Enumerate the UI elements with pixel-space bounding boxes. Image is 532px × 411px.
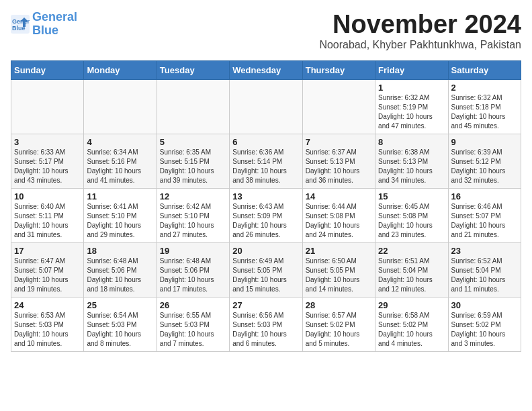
day-info: Sunrise: 6:56 AM Sunset: 5:03 PM Dayligh… <box>232 311 299 349</box>
calendar-cell: 9Sunrise: 6:39 AM Sunset: 5:12 PM Daylig… <box>448 134 521 188</box>
day-info: Sunrise: 6:52 AM Sunset: 5:04 PM Dayligh… <box>451 257 518 294</box>
weekday-header-wednesday: Wednesday <box>230 60 302 79</box>
day-info: Sunrise: 6:57 AM Sunset: 5:02 PM Dayligh… <box>306 311 372 349</box>
calendar-cell: 8Sunrise: 6:38 AM Sunset: 5:13 PM Daylig… <box>375 134 448 188</box>
title-block: November 2024 Noorabad, Khyber Pakhtunkh… <box>319 11 521 56</box>
calendar-cell: 16Sunrise: 6:46 AM Sunset: 5:07 PM Dayli… <box>448 188 521 242</box>
month-title: November 2024 <box>319 11 521 39</box>
weekday-header-tuesday: Tuesday <box>157 60 229 79</box>
calendar-cell: 22Sunrise: 6:51 AM Sunset: 5:04 PM Dayli… <box>375 242 448 297</box>
day-info: Sunrise: 6:49 AM Sunset: 5:05 PM Dayligh… <box>232 257 299 294</box>
day-number: 22 <box>378 246 445 256</box>
calendar-week-row: 10Sunrise: 6:40 AM Sunset: 5:11 PM Dayli… <box>11 188 521 242</box>
day-number: 5 <box>160 137 226 147</box>
calendar-cell: 13Sunrise: 6:43 AM Sunset: 5:09 PM Dayli… <box>230 188 302 242</box>
day-info: Sunrise: 6:41 AM Sunset: 5:10 PM Dayligh… <box>87 202 153 240</box>
weekday-header-saturday: Saturday <box>448 60 521 79</box>
day-info: Sunrise: 6:54 AM Sunset: 5:03 PM Dayligh… <box>87 311 153 349</box>
calendar-cell: 29Sunrise: 6:58 AM Sunset: 5:02 PM Dayli… <box>375 297 448 351</box>
calendar-cell: 4Sunrise: 6:34 AM Sunset: 5:16 PM Daylig… <box>84 134 157 188</box>
calendar-week-row: 3Sunrise: 6:33 AM Sunset: 5:17 PM Daylig… <box>11 134 521 188</box>
calendar-cell <box>157 79 229 134</box>
calendar-cell: 12Sunrise: 6:42 AM Sunset: 5:10 PM Dayli… <box>157 188 229 242</box>
weekday-header-thursday: Thursday <box>302 60 375 79</box>
calendar-week-row: 1Sunrise: 6:32 AM Sunset: 5:19 PM Daylig… <box>11 79 521 134</box>
day-number: 28 <box>306 300 372 310</box>
day-info: Sunrise: 6:35 AM Sunset: 5:15 PM Dayligh… <box>160 148 226 185</box>
day-number: 1 <box>378 83 445 93</box>
day-info: Sunrise: 6:47 AM Sunset: 5:07 PM Dayligh… <box>14 257 81 294</box>
calendar-table: SundayMondayTuesdayWednesdayThursdayFrid… <box>11 60 521 352</box>
calendar-cell: 23Sunrise: 6:52 AM Sunset: 5:04 PM Dayli… <box>448 242 521 297</box>
location-title: Noorabad, Khyber Pakhtunkhwa, Pakistan <box>319 39 521 51</box>
day-number: 9 <box>451 137 518 147</box>
day-info: Sunrise: 6:55 AM Sunset: 5:03 PM Dayligh… <box>160 311 226 349</box>
calendar-cell: 30Sunrise: 6:59 AM Sunset: 5:02 PM Dayli… <box>448 297 521 351</box>
day-info: Sunrise: 6:33 AM Sunset: 5:17 PM Dayligh… <box>14 148 81 185</box>
day-info: Sunrise: 6:32 AM Sunset: 5:18 PM Dayligh… <box>451 93 518 131</box>
calendar-cell: 6Sunrise: 6:36 AM Sunset: 5:14 PM Daylig… <box>230 134 302 188</box>
calendar-cell: 7Sunrise: 6:37 AM Sunset: 5:13 PM Daylig… <box>302 134 375 188</box>
logo-icon: General Blue <box>11 15 30 34</box>
day-info: Sunrise: 6:37 AM Sunset: 5:13 PM Dayligh… <box>306 148 372 185</box>
day-info: Sunrise: 6:59 AM Sunset: 5:02 PM Dayligh… <box>451 311 518 349</box>
day-info: Sunrise: 6:46 AM Sunset: 5:07 PM Dayligh… <box>451 202 518 240</box>
logo-blue: Blue <box>32 24 58 37</box>
day-number: 20 <box>232 246 299 256</box>
calendar-cell: 21Sunrise: 6:50 AM Sunset: 5:05 PM Dayli… <box>302 242 375 297</box>
calendar-cell <box>302 79 375 134</box>
day-number: 26 <box>160 300 226 310</box>
day-number: 11 <box>87 191 153 201</box>
day-info: Sunrise: 6:44 AM Sunset: 5:08 PM Dayligh… <box>306 202 372 240</box>
calendar-cell: 2Sunrise: 6:32 AM Sunset: 5:18 PM Daylig… <box>448 79 521 134</box>
day-number: 24 <box>14 300 81 310</box>
calendar-cell: 24Sunrise: 6:53 AM Sunset: 5:03 PM Dayli… <box>11 297 84 351</box>
calendar-body: 1Sunrise: 6:32 AM Sunset: 5:19 PM Daylig… <box>11 79 521 351</box>
day-number: 13 <box>232 191 299 201</box>
calendar-week-row: 17Sunrise: 6:47 AM Sunset: 5:07 PM Dayli… <box>11 242 521 297</box>
calendar-cell: 14Sunrise: 6:44 AM Sunset: 5:08 PM Dayli… <box>302 188 375 242</box>
calendar-cell: 26Sunrise: 6:55 AM Sunset: 5:03 PM Dayli… <box>157 297 229 351</box>
calendar-week-row: 24Sunrise: 6:53 AM Sunset: 5:03 PM Dayli… <box>11 297 521 351</box>
day-info: Sunrise: 6:48 AM Sunset: 5:06 PM Dayligh… <box>87 257 153 294</box>
day-number: 23 <box>451 246 518 256</box>
weekday-header-monday: Monday <box>84 60 157 79</box>
logo: General Blue General Blue <box>11 11 77 38</box>
calendar-cell <box>230 79 302 134</box>
day-number: 29 <box>378 300 445 310</box>
day-info: Sunrise: 6:40 AM Sunset: 5:11 PM Dayligh… <box>14 202 81 240</box>
day-number: 21 <box>306 246 372 256</box>
calendar-cell: 19Sunrise: 6:48 AM Sunset: 5:06 PM Dayli… <box>157 242 229 297</box>
calendar-cell: 10Sunrise: 6:40 AM Sunset: 5:11 PM Dayli… <box>11 188 84 242</box>
day-info: Sunrise: 6:43 AM Sunset: 5:09 PM Dayligh… <box>232 202 299 240</box>
day-number: 18 <box>87 246 153 256</box>
day-info: Sunrise: 6:42 AM Sunset: 5:10 PM Dayligh… <box>160 202 226 240</box>
day-number: 10 <box>14 191 81 201</box>
day-info: Sunrise: 6:51 AM Sunset: 5:04 PM Dayligh… <box>378 257 445 294</box>
day-number: 6 <box>232 137 299 147</box>
calendar-cell: 17Sunrise: 6:47 AM Sunset: 5:07 PM Dayli… <box>11 242 84 297</box>
day-number: 14 <box>306 191 372 201</box>
day-info: Sunrise: 6:53 AM Sunset: 5:03 PM Dayligh… <box>14 311 81 349</box>
day-number: 17 <box>14 246 81 256</box>
day-number: 4 <box>87 137 153 147</box>
calendar-cell <box>84 79 157 134</box>
calendar-cell: 28Sunrise: 6:57 AM Sunset: 5:02 PM Dayli… <box>302 297 375 351</box>
day-number: 30 <box>451 300 518 310</box>
weekday-header-row: SundayMondayTuesdayWednesdayThursdayFrid… <box>11 60 521 79</box>
day-number: 15 <box>378 191 445 201</box>
weekday-header-sunday: Sunday <box>11 60 84 79</box>
day-number: 25 <box>87 300 153 310</box>
calendar-cell: 18Sunrise: 6:48 AM Sunset: 5:06 PM Dayli… <box>84 242 157 297</box>
day-info: Sunrise: 6:48 AM Sunset: 5:06 PM Dayligh… <box>160 257 226 294</box>
day-info: Sunrise: 6:32 AM Sunset: 5:19 PM Dayligh… <box>378 93 445 131</box>
day-info: Sunrise: 6:39 AM Sunset: 5:12 PM Dayligh… <box>451 148 518 185</box>
calendar-cell: 5Sunrise: 6:35 AM Sunset: 5:15 PM Daylig… <box>157 134 229 188</box>
calendar-cell <box>11 79 84 134</box>
day-number: 12 <box>160 191 226 201</box>
calendar-cell: 25Sunrise: 6:54 AM Sunset: 5:03 PM Dayli… <box>84 297 157 351</box>
logo-general: General <box>32 10 77 24</box>
day-number: 19 <box>160 246 226 256</box>
calendar-cell: 20Sunrise: 6:49 AM Sunset: 5:05 PM Dayli… <box>230 242 302 297</box>
day-number: 3 <box>14 137 81 147</box>
